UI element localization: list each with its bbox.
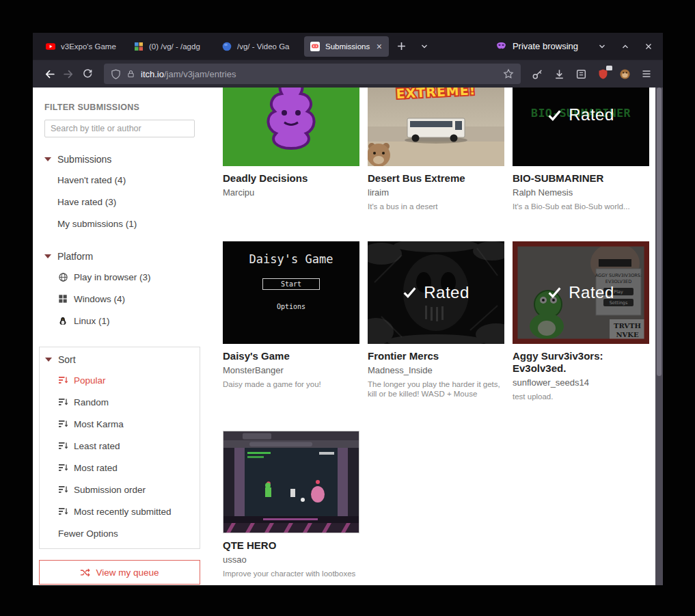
game-author-link[interactable]: MonsterBanger — [223, 365, 359, 376]
sort-most-karma[interactable]: Most Karma — [45, 413, 200, 435]
url-path: /jam/v3jam/entries — [164, 69, 236, 79]
chevron-up-icon — [621, 42, 629, 51]
game-thumbnail[interactable]: DESERT BUS EXTREME! — [368, 88, 504, 166]
downloads-icon[interactable] — [554, 68, 565, 80]
menu-hamburger-icon[interactable] — [641, 68, 652, 79]
filter-label: Have rated (3) — [57, 197, 116, 207]
sort-icon — [58, 419, 68, 429]
extension-badge — [606, 66, 612, 70]
game-author-link[interactable]: Ralph Nemesis — [513, 187, 649, 198]
minimize-button[interactable] — [593, 38, 611, 55]
game-author-link[interactable]: ussao — [223, 554, 359, 565]
view-my-queue-button[interactable]: View my queue — [39, 560, 200, 585]
sort-popular[interactable]: Popular — [45, 369, 200, 391]
bookmark-star-icon[interactable] — [503, 68, 514, 79]
game-title-link[interactable]: BIO-SUBMARINER — [513, 172, 649, 185]
tab-close-icon[interactable]: × — [375, 41, 383, 52]
game-thumbnail[interactable]: Rated — [368, 241, 504, 344]
extension-box-icon[interactable] — [575, 68, 587, 80]
site-favicon — [133, 41, 144, 52]
filter-havent-rated[interactable]: Haven't rated (4) — [44, 169, 197, 191]
sort-group: Sort Popular Random Most Karma — [39, 347, 200, 549]
reload-button[interactable] — [78, 64, 97, 83]
sort-icon — [58, 485, 68, 494]
ublock-button[interactable] — [597, 68, 609, 80]
close-icon — [644, 42, 653, 51]
game-thumbnail[interactable] — [223, 431, 359, 533]
game-author-link[interactable]: Madness_Inside — [368, 365, 504, 376]
filter-linux[interactable]: Linux (1) — [44, 310, 197, 332]
sort-group-header[interactable]: Sort — [45, 354, 200, 365]
globe-icon — [57, 271, 68, 282]
window-controls — [593, 38, 657, 55]
game-author-link[interactable]: sunflower_seeds14 — [513, 377, 649, 388]
game-author-link[interactable]: Marcipu — [223, 187, 359, 198]
itch-icon — [310, 41, 321, 52]
rated-overlay: Rated — [513, 241, 649, 344]
sort-submission-order[interactable]: Submission order — [45, 479, 200, 500]
tab-label: v3Expo's Game — [61, 42, 119, 51]
game-title-link[interactable]: Daisy's Game — [223, 350, 359, 362]
sort-icon — [58, 507, 68, 516]
scrollbar-thumb[interactable] — [657, 88, 662, 376]
tracking-shield-icon[interactable] — [111, 69, 121, 79]
forward-button[interactable] — [59, 64, 78, 83]
filter-have-rated[interactable]: Have rated (3) — [44, 191, 197, 213]
fewer-options-label: Fewer Options — [58, 528, 118, 539]
private-mask-icon — [495, 40, 507, 52]
sort-icon — [58, 375, 68, 385]
thumb-text: Options — [223, 303, 359, 310]
tab-vg-agdg[interactable]: (0) /vg/ - /agdg — [128, 36, 213, 57]
list-all-tabs-button[interactable] — [415, 38, 433, 55]
game-title-link[interactable]: Deadly Decisions — [223, 172, 359, 185]
sort-random[interactable]: Random — [45, 391, 200, 413]
navigation-toolbar: itch.io/jam/v3jam/entries — [33, 59, 663, 88]
search-input[interactable] — [44, 120, 195, 137]
game-description: It's a Bio-Sub eat Bio-Sub world... — [513, 202, 649, 212]
sort-label: Popular — [74, 375, 106, 386]
game-thumbnail[interactable]: BIO-SUBMARINER Rated — [513, 88, 649, 166]
rated-label: Rated — [424, 283, 469, 302]
sort-label: Most Karma — [74, 419, 124, 429]
sort-most-recently-submitted[interactable]: Most recently submitted — [45, 500, 200, 522]
sort-most-rated[interactable]: Most rated — [45, 457, 200, 479]
game-thumbnail[interactable]: AGGY SURV3IV3ORS: EV3OLV3ED Play Setting… — [513, 241, 649, 344]
tab-submissions-active[interactable]: Submissions × — [304, 36, 389, 57]
rated-label: Rated — [569, 283, 614, 302]
filter-play-in-browser[interactable]: Play in browser (3) — [44, 266, 197, 288]
platform-group-header[interactable]: Platform — [44, 251, 197, 262]
plus-icon — [397, 42, 406, 51]
game-thumbnail[interactable] — [223, 88, 359, 166]
sort-least-rated[interactable]: Least rated — [45, 435, 200, 457]
tab-vg-video[interactable]: /vg/ - Video Ga — [216, 36, 301, 57]
url-bar[interactable]: itch.io/jam/v3jam/entries — [104, 64, 521, 84]
lock-icon[interactable] — [126, 69, 135, 79]
sort-label: Least rated — [74, 441, 120, 451]
url-text[interactable]: itch.io/jam/v3jam/entries — [141, 69, 236, 79]
filter-label: Play in browser (3) — [74, 272, 151, 282]
game-title-link[interactable]: Desert Bus Extreme — [368, 172, 504, 185]
close-window-button[interactable] — [640, 38, 657, 55]
tab-youtube[interactable]: v3Expo's Game — [40, 36, 124, 57]
game-title-link[interactable]: QTE HERO — [223, 539, 359, 552]
game-thumbnail[interactable]: Daisy's Game Start Options — [223, 241, 359, 344]
sort-label: Most rated — [74, 463, 118, 473]
key-icon[interactable] — [532, 68, 543, 80]
page-content: FILTER SUBMISSIONS Submissions Haven't r… — [33, 88, 663, 585]
fewer-options-link[interactable]: Fewer Options — [45, 522, 200, 544]
game-card: AGGY SURV3IV3ORS: EV3OLV3ED Play Setting… — [513, 241, 649, 402]
game-description: Improve your character with lootboxes — [223, 569, 359, 579]
extension-round-icon[interactable] — [619, 68, 631, 80]
group-label: Submissions — [57, 154, 111, 165]
game-card: Deadly Decisions Marcipu — [223, 88, 359, 212]
game-author-link[interactable]: liraim — [368, 187, 504, 198]
filter-my-submissions[interactable]: My submissions (1) — [44, 213, 197, 235]
page-scrollbar[interactable] — [655, 88, 663, 585]
submissions-group-header[interactable]: Submissions — [44, 154, 197, 165]
game-title-link[interactable]: Frontier Mercs — [368, 350, 504, 362]
new-tab-button[interactable] — [392, 38, 410, 55]
maximize-button[interactable] — [616, 38, 634, 55]
game-title-link[interactable]: Aggy Surv3iv3ors: Ev3olv3ed. — [513, 350, 649, 375]
back-button[interactable] — [40, 64, 59, 83]
filter-windows[interactable]: Windows (4) — [44, 288, 197, 310]
